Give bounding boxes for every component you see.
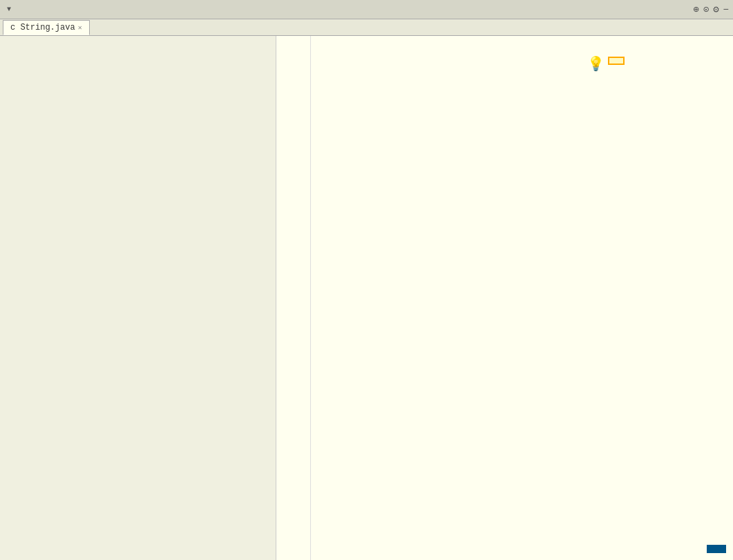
editor-content (276, 36, 733, 560)
code-editor[interactable]: 💡 (276, 36, 733, 560)
watermark (707, 545, 726, 553)
toolbar-icons: ⊕ ⊙ ⚙ − (693, 3, 729, 15)
toolbar-dropdown-arrow[interactable]: ▼ (7, 6, 11, 13)
sync-icon[interactable]: ⊙ (703, 3, 709, 15)
add-icon[interactable]: ⊕ (693, 3, 698, 15)
tab-label: c String.java (10, 23, 75, 32)
project-sidebar (0, 36, 276, 560)
toolbar: ▼ ⊕ ⊙ ⚙ − (0, 0, 733, 19)
tab-bar: c String.java ✕ (0, 19, 733, 36)
main-area: 💡 (0, 36, 733, 560)
project-label: ▼ (4, 6, 11, 13)
settings-icon[interactable]: ⚙ (713, 3, 718, 15)
tab-close-button[interactable]: ✕ (78, 23, 82, 32)
tab-string-java[interactable]: c String.java ✕ (3, 20, 90, 35)
minimize-icon[interactable]: − (723, 4, 729, 15)
code-area[interactable] (311, 36, 733, 560)
tooltip-box (608, 57, 625, 65)
line-numbers (276, 36, 311, 560)
lightbulb-icon: 💡 (587, 55, 605, 73)
